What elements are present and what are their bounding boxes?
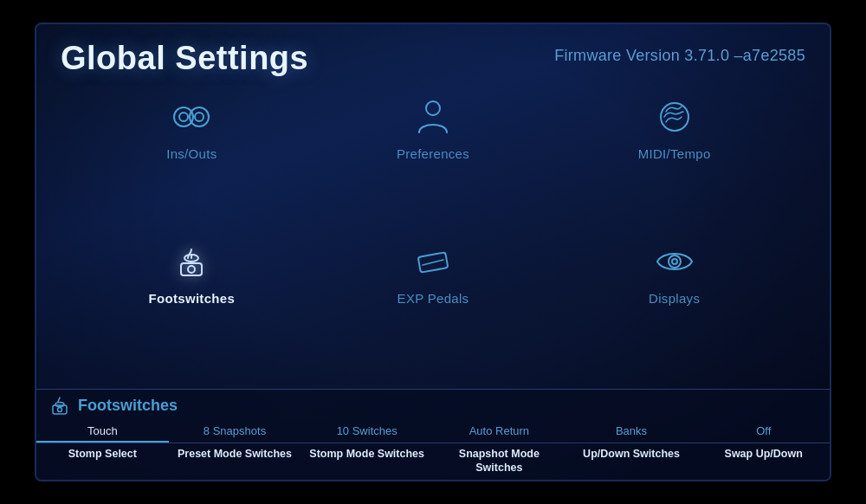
- svg-line-10: [423, 260, 443, 265]
- svg-point-12: [672, 259, 677, 264]
- screen: Global Settings Firmware Version 3.71.0 …: [35, 23, 831, 481]
- content: Global Settings Firmware Version 3.71.0 …: [36, 24, 830, 480]
- tab-row: Touch 8 Snapshots 10 Switches Auto Retur…: [36, 421, 830, 443]
- nav-label-exp-pedals: EXP Pedals: [397, 291, 469, 306]
- tab-auto-return[interactable]: Auto Return: [433, 421, 565, 443]
- nav-label-displays: Displays: [649, 291, 700, 306]
- nav-label-footswitches: Footswitches: [149, 291, 235, 306]
- label-stomp-select[interactable]: Stomp Select: [36, 443, 169, 481]
- svg-point-7: [188, 266, 195, 273]
- label-preset-mode[interactable]: Preset Mode Switches: [169, 443, 301, 481]
- nav-label-midi-tempo: MIDI/Tempo: [638, 146, 711, 161]
- svg-point-15: [55, 402, 64, 406]
- svg-point-14: [58, 407, 62, 411]
- nav-label-preferences: Preferences: [397, 146, 469, 161]
- tab-touch[interactable]: Touch: [36, 421, 169, 443]
- tab-banks[interactable]: Banks: [565, 421, 698, 443]
- exp-pedals-icon: [410, 239, 456, 284]
- nav-item-midi-tempo[interactable]: MIDI/Tempo: [553, 94, 795, 230]
- displays-icon: [652, 239, 697, 284]
- svg-point-1: [179, 113, 188, 121]
- nav-item-exp-pedals[interactable]: EXP Pedals: [313, 239, 554, 375]
- nav-item-footswitches[interactable]: Footswitches: [71, 239, 313, 375]
- tab-off[interactable]: Off: [697, 421, 830, 443]
- label-stomp-mode[interactable]: Stomp Mode Switches: [301, 443, 433, 481]
- preferences-icon: [410, 94, 456, 139]
- tab-10-switches[interactable]: 10 Switches: [301, 421, 433, 443]
- panel-title: Footswitches: [78, 397, 178, 415]
- nav-item-displays[interactable]: Displays: [553, 239, 795, 375]
- panel-header: Footswitches: [36, 397, 830, 421]
- label-swap-up-down[interactable]: Swap Up/Down: [697, 443, 830, 481]
- nav-item-ins-outs[interactable]: Ins/Outs: [71, 94, 313, 230]
- footswitches-panel: Footswitches Touch 8 Snapshots 10 Switch…: [36, 389, 830, 481]
- header: Global Settings Firmware Version 3.71.0 …: [36, 24, 830, 86]
- firmware-version: Firmware Version 3.71.0 –a7e2585: [554, 47, 805, 65]
- nav-item-preferences[interactable]: Preferences: [313, 94, 554, 230]
- label-row: Stomp Select Preset Mode Switches Stomp …: [36, 443, 830, 481]
- page-title: Global Settings: [61, 40, 308, 77]
- footswitches-icon: [169, 239, 214, 284]
- nav-grid: Ins/Outs Preferences: [36, 86, 830, 389]
- label-up-down[interactable]: Up/Down Switches: [565, 443, 698, 481]
- svg-point-3: [195, 113, 204, 121]
- svg-point-4: [426, 101, 440, 115]
- tab-8-snapshots[interactable]: 8 Snapshots: [169, 421, 301, 443]
- nav-label-ins-outs: Ins/Outs: [166, 146, 216, 161]
- midi-tempo-icon: [652, 94, 697, 139]
- ins-outs-icon: [169, 94, 214, 139]
- label-snapshot-mode[interactable]: Snapshot Mode Switches: [433, 443, 565, 481]
- svg-point-11: [669, 255, 681, 268]
